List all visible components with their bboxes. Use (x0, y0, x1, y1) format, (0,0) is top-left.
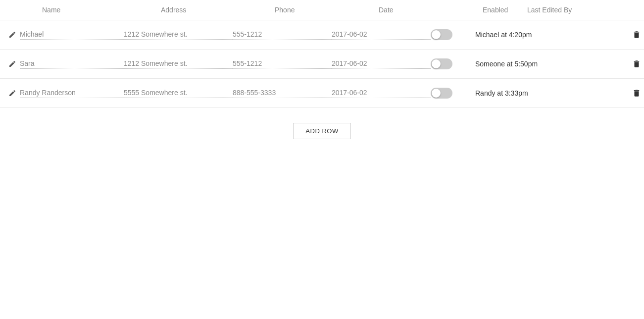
header-last-edited: Last Edited By (527, 6, 644, 14)
edit-icon-row2[interactable] (5, 60, 20, 68)
cell-enabled-row2[interactable] (431, 58, 475, 69)
cell-phone-row2: 555-1212 (233, 59, 332, 69)
cell-name-row2: Sara (20, 59, 124, 69)
cell-last-edited-row3: Randy at 3:33pm (475, 89, 629, 97)
cell-name-row1: Michael (20, 30, 124, 40)
delete-button-row1[interactable] (629, 30, 644, 39)
cell-phone-row3: 888-555-3333 (233, 89, 332, 98)
delete-button-row2[interactable] (629, 59, 644, 68)
toggle-row3[interactable] (431, 88, 452, 99)
cell-enabled-row1[interactable] (431, 29, 475, 40)
delete-button-row3[interactable] (629, 89, 644, 98)
add-row-button[interactable]: ADD ROW (293, 123, 350, 139)
cell-date-row2: 2017-06-02 (332, 59, 431, 69)
table-row: Randy Randerson 5555 Somewhere st. 888-5… (0, 79, 644, 108)
cell-name-row3: Randy Randerson (20, 89, 124, 98)
header-enabled: Enabled (483, 6, 527, 14)
table-row: Sara 1212 Somewhere st. 555-1212 2017-06… (0, 50, 644, 79)
cell-date-row3: 2017-06-02 (332, 89, 431, 98)
data-table: Name Address Phone Date Enabled Last Edi… (0, 0, 644, 319)
cell-enabled-row3[interactable] (431, 88, 475, 99)
table-row: Michael 1212 Somewhere st. 555-1212 2017… (0, 20, 644, 50)
add-row-container: ADD ROW (0, 108, 644, 154)
cell-date-row1: 2017-06-02 (332, 30, 431, 40)
edit-icon-row1[interactable] (5, 31, 20, 39)
cell-last-edited-row1: Michael at 4:20pm (475, 31, 629, 39)
header-address: Address (161, 6, 275, 14)
header-phone: Phone (275, 6, 379, 14)
header-date: Date (379, 6, 483, 14)
cell-address-row2: 1212 Somewhere st. (124, 59, 233, 69)
edit-icon-row3[interactable] (5, 89, 20, 97)
toggle-row1[interactable] (431, 29, 452, 40)
header-name: Name (42, 6, 161, 14)
cell-address-row1: 1212 Somewhere st. (124, 30, 233, 40)
cell-phone-row1: 555-1212 (233, 30, 332, 40)
cell-address-row3: 5555 Somewhere st. (124, 89, 233, 98)
toggle-row2[interactable] (431, 58, 452, 69)
table-header: Name Address Phone Date Enabled Last Edi… (0, 0, 644, 20)
cell-last-edited-row2: Someone at 5:50pm (475, 60, 629, 68)
